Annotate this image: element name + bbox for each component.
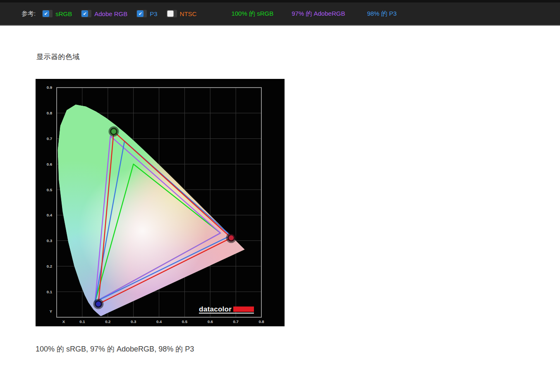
svg-text:0.2: 0.2 bbox=[105, 319, 110, 324]
checkbox-backdrop: ✔ bbox=[81, 10, 91, 17]
gamut-checkbox-group: ✔sRGB✔Adobe RGB✔P3NTSC bbox=[42, 10, 206, 17]
checkbox-ntsc[interactable] bbox=[167, 10, 174, 17]
cie-diagram-svg: 0.10.20.30.40.50.60.70.80.10.20.30.40.50… bbox=[36, 79, 285, 326]
reference-label: 参考: bbox=[22, 10, 36, 18]
svg-text:0.8: 0.8 bbox=[258, 319, 264, 324]
y-axis-title: Y bbox=[50, 309, 53, 314]
svg-text:0.6: 0.6 bbox=[47, 162, 52, 166]
svg-text:0.7: 0.7 bbox=[233, 319, 239, 324]
svg-text:0.6: 0.6 bbox=[208, 319, 213, 324]
page-title: 显示器的色域 bbox=[36, 52, 80, 62]
marker-red-primary bbox=[228, 235, 234, 241]
svg-text:0.9: 0.9 bbox=[47, 85, 52, 90]
checkbox-label-srgb[interactable]: sRGB bbox=[55, 10, 72, 17]
checkbox-label-p3[interactable]: P3 bbox=[150, 10, 157, 17]
svg-text:0.8: 0.8 bbox=[47, 111, 52, 115]
checkbox-adobe-rgb[interactable]: ✔ bbox=[81, 10, 88, 17]
svg-text:0.1: 0.1 bbox=[79, 319, 85, 324]
chromaticity-chart: 0.10.20.30.40.50.60.70.80.10.20.30.40.50… bbox=[36, 79, 285, 326]
x-axis-title: X bbox=[62, 319, 65, 324]
svg-text:0.7: 0.7 bbox=[47, 136, 52, 141]
checkbox-label-adobe-rgb[interactable]: Adobe RGB bbox=[94, 10, 127, 17]
svg-text:0.5: 0.5 bbox=[182, 319, 188, 324]
checkbox-group-p3: ✔P3 bbox=[136, 10, 157, 17]
checkbox-p3[interactable]: ✔ bbox=[137, 10, 144, 17]
coverage-summary-0: 100% 的 sRGB bbox=[231, 10, 273, 18]
svg-text:0.4: 0.4 bbox=[156, 319, 162, 324]
svg-text:0.4: 0.4 bbox=[47, 213, 53, 217]
checkbox-backdrop: ✔ bbox=[136, 10, 147, 17]
coverage-summary-1: 97% 的 AdobeRGB bbox=[292, 10, 345, 18]
datacolor-logo-text: datacolor bbox=[199, 305, 232, 313]
checkbox-srgb[interactable]: ✔ bbox=[43, 10, 49, 17]
checkbox-group-srgb: ✔sRGB bbox=[42, 10, 72, 17]
coverage-caption: 100% 的 sRGB, 97% 的 AdobeRGB, 98% 的 P3 bbox=[36, 344, 194, 354]
checkbox-backdrop bbox=[167, 10, 177, 17]
checkbox-group-adobe-rgb: ✔Adobe RGB bbox=[81, 10, 127, 17]
svg-text:0.5: 0.5 bbox=[47, 188, 53, 192]
gamut-coverage-summaries: 100% 的 sRGB97% 的 AdobeRGB98% 的 P3 bbox=[206, 10, 397, 18]
coverage-summary-2: 98% 的 P3 bbox=[367, 10, 397, 18]
datacolor-logo-underline bbox=[199, 313, 254, 314]
svg-text:0.3: 0.3 bbox=[131, 319, 136, 324]
marker-green-primary bbox=[110, 128, 117, 135]
checkbox-backdrop: ✔ bbox=[42, 10, 53, 17]
svg-text:0.1: 0.1 bbox=[47, 290, 53, 294]
checkbox-label-ntsc[interactable]: NTSC bbox=[180, 10, 197, 17]
svg-text:0.2: 0.2 bbox=[47, 264, 52, 268]
checkbox-group-ntsc: NTSC bbox=[167, 10, 197, 17]
marker-blue-primary bbox=[95, 301, 101, 307]
datacolor-logo-red-bar bbox=[233, 306, 254, 312]
reference-toolbar: 参考: ✔sRGB✔Adobe RGB✔P3NTSC 100% 的 sRGB97… bbox=[0, 0, 560, 26]
svg-text:0.3: 0.3 bbox=[47, 238, 52, 243]
